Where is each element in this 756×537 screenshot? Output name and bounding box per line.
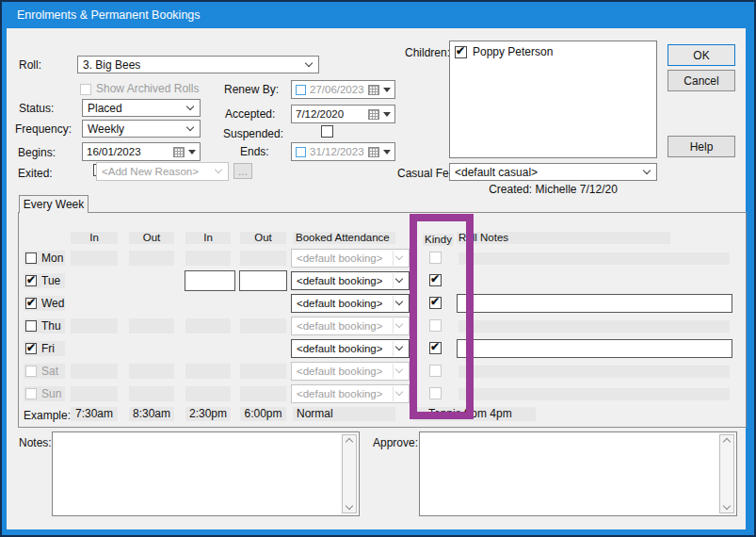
booked-attendance-select-sun: <default booking> xyxy=(291,384,410,403)
tab-label: Every Week xyxy=(24,198,84,211)
time-cell xyxy=(185,318,231,334)
day-label: Sun xyxy=(41,387,61,400)
scroll-down-icon[interactable] xyxy=(346,502,353,510)
booked-attendance-select-tue[interactable]: <default booking> xyxy=(291,271,410,290)
kindy-checkbox-tue[interactable] xyxy=(429,274,442,286)
day-label: Wed xyxy=(41,297,64,310)
day-cell-sun: Sun xyxy=(24,386,65,401)
booked-attendance-value: <default booking> xyxy=(297,320,382,332)
booked-attendance-value: <default booking> xyxy=(297,343,382,354)
time-cell xyxy=(240,318,286,334)
kindy-checkbox-mon xyxy=(429,252,442,264)
day-checkbox-wed[interactable] xyxy=(25,298,37,309)
time-cell xyxy=(240,364,286,379)
day-checkbox-sat[interactable] xyxy=(25,366,37,377)
day-label: Fri xyxy=(41,342,55,355)
scroll-down-icon[interactable] xyxy=(723,502,731,510)
roll-notes-input-fri[interactable] xyxy=(457,339,732,358)
booked-attendance-select-thu: <default booking> xyxy=(291,317,410,335)
day-cell-sat: Sat xyxy=(24,364,65,379)
kindy-checkbox-fri[interactable] xyxy=(429,342,442,354)
time-cell xyxy=(71,386,118,401)
roll-notes-cell xyxy=(458,320,730,333)
time-cell xyxy=(185,364,231,379)
dialog-window: Enrolments & Permanent Bookings Roll: 3.… xyxy=(0,0,756,537)
day-checkbox-fri[interactable] xyxy=(25,343,37,354)
chevron-down-icon xyxy=(395,275,403,283)
notes-scrollbar[interactable] xyxy=(342,434,357,513)
example-booked: Normal xyxy=(293,407,395,421)
booked-attendance-select-wed[interactable]: <default booking> xyxy=(291,294,410,313)
example-in-1: 7:30am xyxy=(71,407,118,421)
time-cell xyxy=(129,318,174,334)
roll-notes-cell xyxy=(458,366,730,378)
time-cell xyxy=(240,251,286,266)
day-checkbox-thu[interactable] xyxy=(25,320,37,332)
chevron-down-icon xyxy=(395,298,403,305)
time-cell xyxy=(129,386,174,401)
roll-notes-input-wed[interactable] xyxy=(457,294,732,313)
tab-every-week[interactable]: Every Week xyxy=(19,195,88,213)
roll-notes-cell xyxy=(458,252,730,265)
day-cell-tue: Tue xyxy=(24,273,65,288)
roll-notes-cell xyxy=(458,388,730,400)
approve-textarea[interactable] xyxy=(419,431,737,516)
day-label: Tue xyxy=(41,274,60,287)
day-cell-mon: Mon xyxy=(24,251,65,266)
time-cell xyxy=(71,251,118,266)
example-label: Example: xyxy=(24,409,71,422)
example-in-2: 2:30pm xyxy=(185,407,231,421)
booked-attendance-select-sat: <default booking> xyxy=(291,362,410,381)
chevron-down-icon xyxy=(395,388,403,396)
kindy-checkbox-thu xyxy=(429,319,442,332)
notes-textarea[interactable] xyxy=(52,431,360,516)
day-label: Mon xyxy=(41,252,63,265)
chevron-down-icon xyxy=(395,252,403,260)
approve-label: Approve: xyxy=(373,436,418,449)
time-cell xyxy=(185,386,231,401)
time-in-input[interactable] xyxy=(185,270,235,291)
kindy-checkbox-wed[interactable] xyxy=(429,297,442,309)
time-cell xyxy=(71,364,118,379)
time-out-input[interactable] xyxy=(239,270,287,291)
notes-label: Notes: xyxy=(19,436,52,449)
example-out-1: 8:30am xyxy=(129,407,174,421)
time-cell xyxy=(71,318,118,334)
example-roll-note: Tennis from 4pm xyxy=(413,407,536,421)
kindy-checkbox-sun xyxy=(429,387,442,399)
scroll-up-icon[interactable] xyxy=(723,438,731,446)
booked-attendance-value: <default booking> xyxy=(297,252,382,264)
day-cell-fri: Fri xyxy=(24,341,65,356)
day-cell-thu: Thu xyxy=(24,318,65,334)
approve-scrollbar[interactable] xyxy=(719,434,734,513)
scroll-up-icon[interactable] xyxy=(346,438,353,446)
chevron-down-icon xyxy=(395,343,403,350)
day-checkbox-sun[interactable] xyxy=(25,388,37,399)
day-checkbox-mon[interactable] xyxy=(25,252,37,264)
chevron-down-icon xyxy=(395,320,403,328)
day-cell-wed: Wed xyxy=(24,296,65,311)
chevron-down-icon xyxy=(395,366,403,373)
time-cell xyxy=(185,251,231,266)
booked-attendance-value: <default booking> xyxy=(297,388,382,399)
kindy-checkbox-sat xyxy=(429,365,442,377)
booked-attendance-value: <default booking> xyxy=(297,298,382,309)
day-checkbox-tue[interactable] xyxy=(25,275,37,286)
day-label: Thu xyxy=(41,319,61,333)
time-cell xyxy=(129,364,174,379)
booked-attendance-value: <default booking> xyxy=(297,366,382,377)
booked-attendance-select-fri[interactable]: <default booking> xyxy=(291,339,410,358)
time-cell xyxy=(240,386,286,401)
booked-attendance-value: <default booking> xyxy=(297,275,382,286)
booked-attendance-select-mon: <default booking> xyxy=(291,249,410,268)
example-out-2: 6:00pm xyxy=(240,407,286,421)
day-label: Sat xyxy=(41,365,58,378)
time-cell xyxy=(129,251,174,266)
